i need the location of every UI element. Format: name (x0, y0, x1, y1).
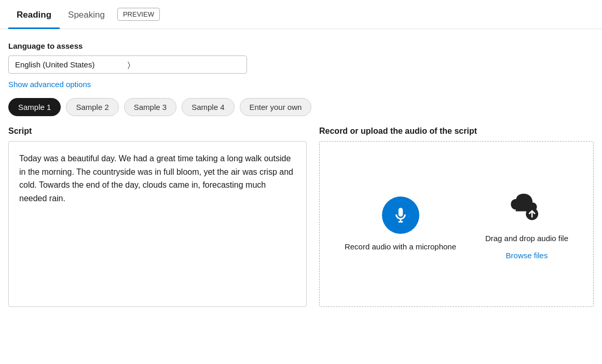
sample-button-4[interactable]: Sample 4 (182, 98, 234, 116)
microphone-label: Record audio with a microphone (345, 241, 456, 252)
sample-button-2[interactable]: Sample 2 (66, 98, 118, 116)
microphone-icon (392, 206, 409, 224)
script-label: Script (8, 127, 307, 136)
drag-drop-option: Drag and drop audio file Browse files (485, 188, 568, 260)
language-value: English (United States) (15, 60, 128, 69)
cloud-upload-svg (509, 189, 544, 225)
record-microphone-button[interactable] (382, 197, 419, 234)
tab-speaking[interactable]: Speaking (60, 1, 113, 29)
upload-box: Record audio with a microphone Drag and … (319, 141, 594, 307)
content-row: Script Today was a beautiful day. We had… (8, 127, 594, 307)
tab-reading[interactable]: Reading (8, 1, 60, 29)
sample-button-enter-own[interactable]: Enter your own (240, 98, 312, 116)
sample-button-1[interactable]: Sample 1 (8, 98, 61, 116)
main-content: Language to assess English (United State… (0, 29, 602, 315)
sample-button-3[interactable]: Sample 3 (124, 98, 176, 116)
language-label: Language to assess (8, 41, 594, 50)
advanced-options-link[interactable]: Show advanced options (8, 80, 91, 89)
tab-bar: Reading Speaking PREVIEW (0, 0, 602, 29)
upload-label: Record or upload the audio of the script (319, 127, 594, 136)
script-section: Script Today was a beautiful day. We had… (8, 127, 307, 307)
browse-files-link[interactable]: Browse files (506, 251, 548, 260)
drag-drop-label: Drag and drop audio file (485, 233, 568, 244)
microphone-option: Record audio with a microphone (345, 197, 456, 252)
script-text-box: Today was a beautiful day. We had a grea… (8, 141, 307, 307)
dropdown-cursor-icon: 〉 (128, 61, 240, 68)
cloud-upload-icon (508, 188, 545, 226)
sample-selector: Sample 1 Sample 2 Sample 3 Sample 4 Ente… (8, 98, 594, 116)
preview-button[interactable]: PREVIEW (117, 8, 160, 21)
language-dropdown[interactable]: English (United States) 〉 (8, 55, 247, 74)
upload-section: Record or upload the audio of the script… (319, 127, 594, 307)
